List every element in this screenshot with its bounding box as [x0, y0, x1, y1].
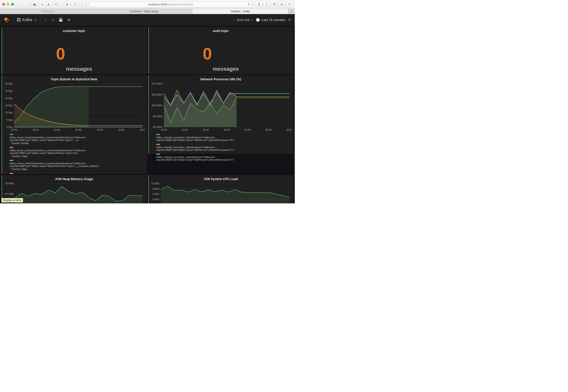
- dashboard-grid-icon: [17, 18, 21, 22]
- svg-text:20:40: 20:40: [161, 128, 167, 131]
- browser-chrome: ‹ › ▣ A A ⓘ ★ ⠿ ⌂ localhost:3000/dashboa…: [0, 0, 295, 14]
- panel-title: customer topic: [1, 27, 147, 34]
- share-button[interactable]: ⇪: [263, 1, 270, 7]
- nav-actions: ☆ ↗ 💾 ⚙: [44, 18, 70, 22]
- panel-title: JVM System CPU Load: [148, 175, 293, 182]
- svg-text:763 MiB: 763 MiB: [5, 182, 14, 185]
- svg-text:99.000%: 99.000%: [153, 126, 163, 128]
- window-minimize-button[interactable]: [7, 3, 9, 6]
- refresh-button[interactable]: ⟳: [288, 18, 291, 21]
- zoom-out-button[interactable]: Zoom Out: [237, 18, 250, 21]
- legend-label: kafka_server_brokertopicmetrics_oneminut…: [10, 162, 144, 167]
- title-bar: ‹ › ▣ A A ⓘ ★ ⠿ ⌂ localhost:3000/dashboa…: [0, 0, 295, 9]
- time-range-label: Last 15 minutes: [261, 18, 285, 22]
- time-back-button[interactable]: ‹: [233, 18, 234, 21]
- legend-label: kafka_server_brokertopicmetrics_oneminut…: [10, 136, 144, 141]
- tab-confluent[interactable]: Confluent - Kafka setup: [96, 9, 192, 14]
- svg-text:20:46: 20:46: [224, 128, 230, 131]
- dashboard-picker[interactable]: Kafka ▼: [14, 14, 40, 26]
- svg-text:20:42: 20:42: [32, 128, 39, 131]
- legend-label: kafka_server_brokertopicmetrics_oneminut…: [10, 149, 144, 154]
- singlestat-value: 0: [203, 46, 212, 62]
- panel-bytes-rate[interactable]: Topic BytesIn to BytesOut Rate 0 Bps5 Bp…: [1, 75, 147, 174]
- svg-text:20:42: 20:42: [182, 128, 188, 131]
- tab-grafana[interactable]: Grafana - Kafka: [192, 9, 288, 14]
- compose-button[interactable]: ✎: [286, 1, 293, 7]
- home-button[interactable]: ⌂: [79, 1, 86, 7]
- svg-text:20:52: 20:52: [139, 128, 145, 131]
- tab-freelancer[interactable]: Freelancer: [0, 9, 96, 14]
- dashboard-name: Kafka: [22, 18, 32, 22]
- star-icon[interactable]: ☆: [44, 18, 47, 22]
- settings-icon[interactable]: ⚙: [67, 18, 70, 22]
- grafana-top-nav: Kafka ▼ ☆ ↗ 💾 ⚙ ‹ Zoom Out › 🕘 Last 15 m…: [0, 14, 295, 26]
- forward-button[interactable]: ›: [24, 1, 30, 7]
- legend-current: Current: 1 Bps: [10, 155, 144, 157]
- new-tab-button[interactable]: +: [288, 9, 295, 14]
- chart-jvm-cpu: 2.00%4.00%6.00%8.00%10.00%: [148, 182, 292, 203]
- info-button[interactable]: ⓘ: [53, 1, 59, 7]
- svg-text:20 Bps: 20 Bps: [5, 97, 13, 99]
- svg-text:20:48: 20:48: [245, 128, 251, 131]
- address-bar[interactable]: localhost:3000/dashboard/db/kafka ↻: [89, 1, 252, 7]
- font-larger-button[interactable]: A: [45, 1, 52, 7]
- reload-icon[interactable]: ↻: [248, 3, 250, 6]
- dashboard-body: customer topic 0 messages audit topic 0 …: [0, 26, 295, 203]
- panel-title: Topic BytesIn to BytesOut Rate: [1, 76, 147, 82]
- clock-icon: 🕘: [256, 18, 260, 22]
- chart-bytes-rate: 0 Bps5 Bps10 Bps15 Bps20 Bps25 Bps30 Bps…: [1, 82, 145, 132]
- svg-text:30 Bps: 30 Bps: [5, 82, 13, 85]
- svg-text:6.00%: 6.00%: [152, 193, 160, 195]
- panel-title: JVM Heap Memory Usage: [1, 175, 147, 182]
- legend-current: Current: 28 Bps: [10, 142, 144, 144]
- status-tooltip: Display a menu: [1, 198, 23, 202]
- panel-customer-topic[interactable]: customer topic 0 messages: [1, 27, 147, 74]
- singlestat-unit: messages: [213, 66, 239, 74]
- time-range-picker[interactable]: 🕘 Last 15 minutes: [256, 18, 285, 22]
- svg-text:20:52: 20:52: [286, 128, 292, 131]
- grafana-logo[interactable]: [0, 14, 14, 26]
- downloads-button[interactable]: ⬇: [256, 1, 262, 7]
- share-icon[interactable]: ↗: [51, 18, 54, 22]
- svg-text:20:46: 20:46: [75, 128, 82, 131]
- svg-text:0 Bps: 0 Bps: [6, 126, 13, 128]
- svg-text:25 Bps: 25 Bps: [5, 89, 13, 92]
- singlestat-value: 0: [56, 46, 65, 62]
- svg-text:99.500%: 99.500%: [153, 115, 163, 118]
- panel-audit-topic[interactable]: audit topic 0 messages: [148, 27, 293, 74]
- zoom-controls: ‹ Zoom Out ›: [233, 18, 253, 21]
- back-button[interactable]: ‹: [17, 1, 24, 7]
- svg-text:4.00%: 4.00%: [152, 198, 160, 201]
- grafana-logo-icon: [3, 16, 10, 23]
- bookmark-button[interactable]: ★: [64, 1, 70, 7]
- mail-button[interactable]: ✉: [279, 1, 285, 7]
- traffic-lights: [2, 3, 14, 6]
- window-close-button[interactable]: [2, 3, 5, 6]
- svg-text:20:48: 20:48: [97, 128, 103, 131]
- time-forward-button[interactable]: ›: [252, 18, 253, 21]
- topsites-button[interactable]: ⠿: [72, 1, 78, 7]
- svg-text:101.000%: 101.000%: [151, 82, 163, 85]
- svg-text:20:50: 20:50: [118, 128, 124, 131]
- font-smaller-button[interactable]: A: [39, 1, 45, 7]
- legend-label: kafka_network_processor_value{instance="…: [156, 146, 291, 151]
- tabs-button[interactable]: ⧉: [271, 1, 277, 7]
- panel-jvm-heap[interactable]: JVM Heap Memory Usage 381 MiB572 MiB763 …: [1, 175, 147, 203]
- tab-bar: Freelancer Confluent - Kafka setup Grafa…: [0, 9, 295, 14]
- chart-jvm-heap: 381 MiB572 MiB763 MiB: [1, 182, 145, 203]
- save-icon[interactable]: 💾: [59, 18, 63, 22]
- svg-text:8.00%: 8.00%: [152, 187, 160, 190]
- svg-text:10.00%: 10.00%: [151, 182, 160, 185]
- panel-jvm-cpu[interactable]: JVM System CPU Load 2.00%4.00%6.00%8.00%…: [148, 175, 293, 203]
- panel-network-idle[interactable]: Network Processor Idle (%) 99.000%99.500…: [148, 75, 293, 154]
- window-zoom-button[interactable]: [11, 3, 14, 6]
- legend-current: Current: 0 Bps: [10, 168, 144, 170]
- svg-text:20:40: 20:40: [11, 128, 17, 131]
- legend-label: kafka_network_processor_value{instance="…: [156, 156, 291, 161]
- sidebar-button[interactable]: ▣: [31, 1, 38, 7]
- singlestat-unit: messages: [66, 66, 92, 74]
- svg-text:10 Bps: 10 Bps: [5, 111, 13, 114]
- nav-back-forward: ‹ ›: [17, 1, 30, 7]
- grafana-app: Kafka ▼ ☆ ↗ 💾 ⚙ ‹ Zoom Out › 🕘 Last 15 m…: [0, 14, 295, 203]
- svg-text:20:50: 20:50: [265, 128, 272, 131]
